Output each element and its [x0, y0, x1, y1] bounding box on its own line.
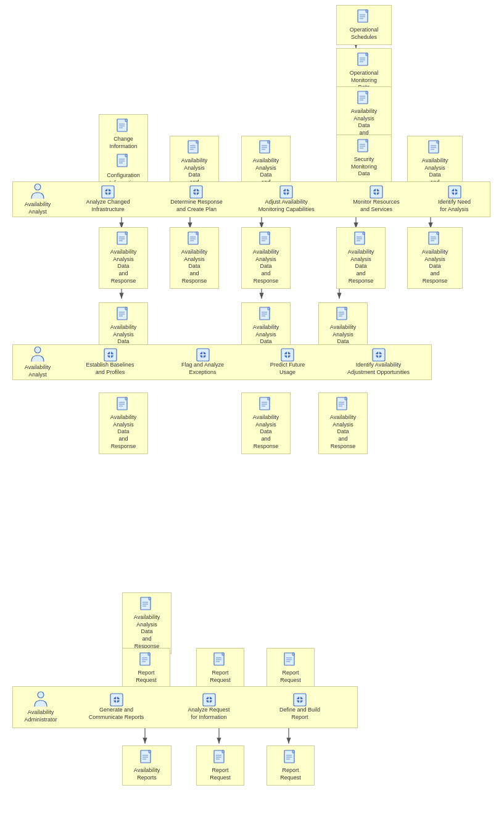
task-determine-response: Determine Responseand Create Plan: [154, 183, 239, 215]
box-output-r1-1: AvailabilityAnalysisDataandResponse: [99, 227, 148, 289]
label-task-determine-response: Determine Responseand Create Plan: [170, 199, 223, 213]
label-task-flag-exceptions: Flag and AnalyzeExceptions: [181, 362, 224, 376]
label-out-r1-4: AvailabilityAnalysisDataandResponse: [348, 249, 374, 284]
doc-icon-rr-2: [213, 652, 227, 670]
task-generate-reports: Generate andCommunicate Reports: [68, 691, 164, 723]
box-output-r3-1: AvailabilityReports: [122, 745, 171, 786]
box-input-r3-top: AvailabilityAnalysisDataandResponse: [122, 592, 171, 654]
doc-icon-operational-monitoring: [357, 52, 371, 70]
doc-icon-rr-1: [139, 652, 153, 670]
label-in-r3-top: AvailabilityAnalysisDataandResponse: [134, 614, 160, 650]
doc-icon-rr-3: [284, 652, 297, 670]
doc-icon-avail-top1: [357, 91, 371, 108]
box-output-r1-2: AvailabilityAnalysisDataandResponse: [170, 227, 219, 289]
label-out-r2-2: AvailabilityAnalysisDataandResponse: [253, 414, 279, 450]
doc-icon-config-info: [117, 154, 130, 171]
doc-icon-out-r2-2: [259, 397, 273, 414]
doc-icon-out-r1-4: [354, 231, 368, 249]
doc-icon-out-r1-3: [259, 231, 273, 249]
task-flag-exceptions: Flag and AnalyzeExceptions: [158, 346, 247, 378]
swimlane-row1: Availability Analyst Analyze ChangedInfr…: [12, 181, 490, 217]
svg-point-118: [35, 347, 41, 353]
swimlane-row2: Availability Analyst Establish Baselines…: [12, 344, 432, 380]
task-analyze-request: Analyze Requestfor Information: [164, 691, 254, 723]
doc-icon-out-r2-3: [336, 397, 350, 414]
doc-icon-change-info: [117, 118, 130, 136]
label-out-r2-3: AvailabilityAnalysisDataandResponse: [330, 414, 356, 450]
label-actor-admin: Availability Administrator: [15, 709, 66, 723]
box-output-r2-2: AvailabilityAnalysisDataandResponse: [241, 392, 291, 454]
label-rr-1: ReportRequest: [136, 670, 157, 684]
doc-icon-out-r3-3: [284, 750, 297, 767]
label-out-r1-2: AvailabilityAnalysisDataandResponse: [181, 249, 207, 284]
actor-avail-analyst-2: Availability Analyst: [13, 343, 62, 381]
doc-icon-out-r3-1: [140, 750, 154, 767]
label-actor-2: Availability Analyst: [15, 364, 60, 378]
task-establish-baselines: Establish Baselinesand Profiles: [62, 346, 158, 378]
label-change-info: ChangeInformation: [109, 136, 137, 150]
label-task-monitor-resources: Monitor Resourcesand Services: [353, 199, 400, 213]
doc-icon-security-monitoring: [357, 139, 371, 156]
box-output-r2-1: AvailabilityAnalysisDataandResponse: [99, 392, 148, 454]
label-task-predict-usage: Predict FutureUsage: [270, 362, 305, 376]
box-output-r1-4: AvailabilityAnalysisDataandResponse: [336, 227, 386, 289]
box-output-r1-5: AvailabilityAnalysisDataandResponse: [407, 227, 463, 289]
task-predict-usage: Predict FutureUsage: [247, 346, 328, 378]
doc-icon-in-r3-top: [140, 597, 154, 614]
doc-icon-out-r3-2: [213, 750, 227, 767]
doc-icon-in-r2-3: [336, 307, 350, 324]
label-rr-3: ReportRequest: [280, 670, 301, 684]
label-task-establish-baselines: Establish Baselinesand Profiles: [86, 362, 134, 376]
box-output-r3-3: ReportRequest: [266, 745, 315, 786]
label-out-r1-1: AvailabilityAnalysisDataandResponse: [110, 249, 136, 284]
doc-icon-out-r2-1: [117, 397, 130, 414]
task-analyze-infra: Analyze ChangedInfrastructure: [62, 183, 154, 215]
diagram: OperationalSchedules OperationalMonitori…: [0, 0, 504, 830]
box-report-req-1: ReportRequest: [122, 648, 170, 688]
label-task-generate-reports: Generate andCommunicate Reports: [89, 707, 144, 721]
doc-icon-avail-r1i1: [188, 140, 201, 157]
doc-icon-in-r2-2: [259, 307, 273, 324]
label-task-analyze-infra: Analyze ChangedInfrastructure: [86, 199, 130, 213]
label-security-monitoring: SecurityMonitoringData: [351, 156, 377, 178]
swimlane-row3: Availability Administrator Generate andC…: [12, 686, 358, 728]
actor-avail-analyst-1: Availability Analyst: [13, 180, 62, 218]
svg-point-163: [38, 692, 44, 698]
label-task-identify-adjustment: Identify AvailabilityAdjustment Opportun…: [347, 362, 410, 376]
label-out-r3-3: ReportRequest: [280, 767, 301, 781]
doc-icon-operational-schedules: [357, 9, 371, 27]
box-operational-schedules: OperationalSchedules: [336, 5, 392, 45]
label-task-analyze-request: Analyze Requestfor Information: [188, 707, 229, 721]
label-task-define-build-report: Define and BuildReport: [279, 707, 320, 721]
label-out-r2-1: AvailabilityAnalysisDataandResponse: [110, 414, 136, 450]
doc-icon-out-r1-5: [428, 231, 442, 249]
actor-avail-admin: Availability Administrator: [13, 688, 68, 726]
task-monitor-resources: Monitor Resourcesand Services: [334, 183, 419, 215]
svg-point-65: [35, 184, 41, 190]
box-output-r1-3: AvailabilityAnalysisDataandResponse: [241, 227, 291, 289]
label-out-r1-3: AvailabilityAnalysisDataandResponse: [253, 249, 279, 284]
task-identify-adjustment: Identify AvailabilityAdjustment Opportun…: [328, 346, 429, 378]
label-task-identify-need: Identify Needfor Analysis: [438, 199, 471, 213]
label-actor-1: Availability Analyst: [15, 201, 60, 215]
label-operational-schedules: OperationalSchedules: [350, 27, 379, 41]
box-security-monitoring: SecurityMonitoringData: [336, 135, 392, 182]
doc-icon-avail-r1i3: [428, 140, 442, 157]
doc-icon-in-r2-1: [117, 307, 130, 324]
task-adjust-availability: Adjust AvailabilityMonitoring Capabiliti…: [239, 183, 334, 215]
box-output-r2-3: AvailabilityAnalysisDataandResponse: [318, 392, 368, 454]
doc-icon-avail-r1i2: [259, 140, 273, 157]
doc-icon-out-r1-2: [188, 231, 201, 249]
label-rr-2: ReportRequest: [210, 670, 231, 684]
box-report-req-3: ReportRequest: [266, 648, 315, 688]
label-out-r3-2: ReportRequest: [210, 767, 231, 781]
box-report-req-2: ReportRequest: [196, 648, 244, 688]
label-out-r3-1: AvailabilityReports: [134, 767, 160, 781]
task-identify-need: Identify Needfor Analysis: [419, 183, 490, 215]
box-output-r3-2: ReportRequest: [196, 745, 244, 786]
label-task-adjust-availability: Adjust AvailabilityMonitoring Capabiliti…: [258, 199, 315, 213]
doc-icon-out-r1-1: [117, 231, 130, 249]
label-out-r1-5: AvailabilityAnalysisDataandResponse: [422, 249, 448, 284]
task-define-build-report: Define and BuildReport: [254, 691, 346, 723]
box-change-info: ChangeInformation ConfigurationInformati…: [99, 114, 148, 191]
